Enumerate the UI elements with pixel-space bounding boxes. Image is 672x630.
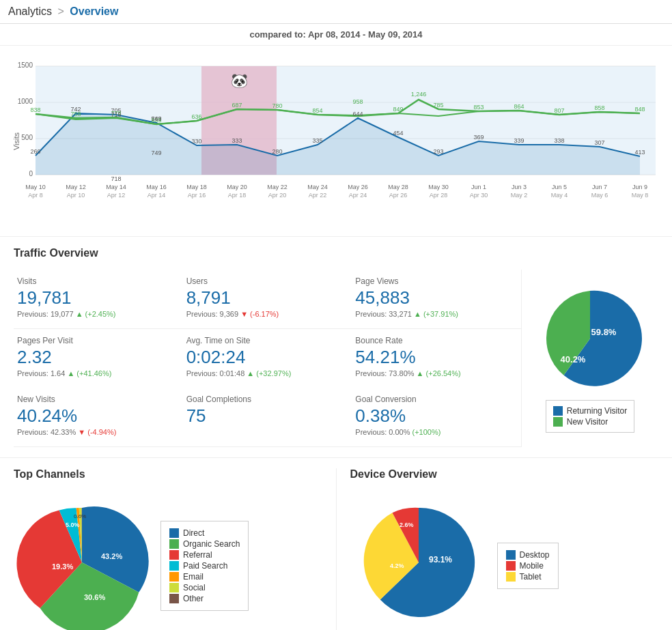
svg-text:718: 718 <box>111 175 121 182</box>
goals-label: Goal Completions <box>186 395 342 404</box>
svg-text:May 20: May 20 <box>227 184 247 190</box>
legend-tablet: Tablet <box>506 572 550 582</box>
svg-text:2.6%: 2.6% <box>400 521 414 528</box>
svg-text:Jun 1: Jun 1 <box>471 184 486 190</box>
svg-text:758: 758 <box>70 111 81 117</box>
svg-text:59.8%: 59.8% <box>591 327 617 337</box>
avgtime-value: 0:02:24 <box>186 347 342 368</box>
svg-text:335: 335 <box>312 137 322 144</box>
svg-text:May 6: May 6 <box>591 192 608 199</box>
svg-text:Jun 7: Jun 7 <box>592 184 607 190</box>
svg-text:19.3%: 19.3% <box>52 562 73 571</box>
new-visitor-label: New Visitor <box>567 417 608 427</box>
device-section: Device Overview 93.1% 4.2% 2.6% <box>337 468 659 630</box>
breadcrumb-separator: > <box>57 5 64 17</box>
svg-text:Apr 10: Apr 10 <box>67 192 85 199</box>
pageviews-change: ▲ (+37.91%) <box>414 310 458 318</box>
desktop-label: Desktop <box>520 550 550 560</box>
visitor-pie-section: 59.8% 40.2% Returning Visitor New Visito… <box>522 270 658 447</box>
svg-text:Apr 24: Apr 24 <box>349 192 367 199</box>
avgtime-prev: Previous: 0:01:48 ▲ (+32.97%) <box>186 369 342 377</box>
comparison-bar: compared to: Apr 08, 2014 - May 09, 2014 <box>0 24 672 46</box>
svg-text:500: 500 <box>21 134 33 141</box>
email-label: Email <box>183 572 204 582</box>
legend-new: New Visitor <box>553 417 628 427</box>
avgtime-change: ▲ (+32.97%) <box>247 369 291 377</box>
legend-direct: Direct <box>169 528 240 538</box>
users-label: Users <box>186 276 342 286</box>
svg-text:330: 330 <box>191 138 201 145</box>
svg-text:1500: 1500 <box>18 61 33 69</box>
svg-text:785: 785 <box>433 102 443 109</box>
visitor-legend: Returning Visitor New Visitor <box>546 400 635 433</box>
svg-text:Apr 8: Apr 8 <box>28 192 43 199</box>
pageviews-prev: Previous: 33,271 ▲ (+37.91%) <box>355 310 511 318</box>
svg-text:93.1%: 93.1% <box>429 555 452 564</box>
goals-value: 75 <box>186 405 342 427</box>
breadcrumb-overview: Overview <box>70 5 118 17</box>
legend-referral: Referral <box>169 550 240 560</box>
svg-text:Apr 22: Apr 22 <box>309 192 327 199</box>
bounce-change: ▲ (+26.54%) <box>417 369 461 377</box>
svg-text:43.2%: 43.2% <box>101 552 122 560</box>
avgtime-label: Avg. Time on Site <box>186 336 342 345</box>
users-prev: Previous: 9,369 ▼ (-6.17%) <box>186 310 342 318</box>
bottom-section: Top Channels <box>0 458 672 630</box>
device-pie-chart: 93.1% 4.2% 2.6% <box>350 494 487 630</box>
metric-goals: Goal Completions 75 <box>183 388 352 447</box>
svg-text:1,246: 1,246 <box>411 91 427 98</box>
svg-text:307: 307 <box>594 139 604 146</box>
svg-text:780: 780 <box>272 102 282 109</box>
traffic-overview-section: Traffic Overview Visits 19,781 Previous:… <box>0 237 672 458</box>
channels-chart-area: 43.2% 30.6% 19.3% 5.0% 0.6% Direct Organ… <box>14 494 322 630</box>
svg-text:Jun 3: Jun 3 <box>512 184 527 190</box>
tablet-label: Tablet <box>520 572 542 582</box>
svg-text:749: 749 <box>151 115 161 122</box>
bounce-label: Bounce Rate <box>355 336 511 345</box>
svg-text:Apr 12: Apr 12 <box>107 192 126 199</box>
svg-text:636: 636 <box>191 113 201 120</box>
bounce-value: 54.21% <box>355 347 511 368</box>
svg-text:807: 807 <box>554 107 564 114</box>
paid-label: Paid Search <box>183 561 227 571</box>
metric-avgtime: Avg. Time on Site 0:02:24 Previous: 0:01… <box>183 329 352 388</box>
legend-social: Social <box>169 583 240 592</box>
ppv-label: Pages Per Visit <box>17 336 173 345</box>
svg-text:864: 864 <box>514 103 524 110</box>
svg-text:339: 339 <box>514 137 524 144</box>
gc-prev: Previous: 0.00% (+100%) <box>355 428 511 436</box>
svg-text:May 26: May 26 <box>348 184 368 190</box>
bounce-prev: Previous: 73.80% ▲ (+26.54%) <box>355 369 511 377</box>
svg-text:413: 413 <box>634 149 645 156</box>
breadcrumb-analytics[interactable]: Analytics <box>8 5 52 17</box>
svg-text:May 16: May 16 <box>146 184 167 190</box>
svg-text:749: 749 <box>151 149 161 156</box>
svg-text:Apr 14: Apr 14 <box>148 192 166 199</box>
device-legend-box: Desktop Mobile Tablet <box>497 543 559 589</box>
channels-title: Top Channels <box>14 468 322 481</box>
svg-text:Apr 26: Apr 26 <box>389 192 408 199</box>
channels-pie-chart: 43.2% 30.6% 19.3% 5.0% 0.6% <box>14 494 150 630</box>
metric-newvisits: New Visits 40.24% Previous: 42.33% ▼ (-4… <box>14 388 183 447</box>
metric-bounce: Bounce Rate 54.21% Previous: 73.80% ▲ (+… <box>352 329 521 388</box>
svg-text:Apr 28: Apr 28 <box>430 192 448 199</box>
other-label: Other <box>183 594 204 603</box>
legend-paid: Paid Search <box>169 561 240 571</box>
metrics-left: Visits 19,781 Previous: 19,077 ▲ (+2.45%… <box>14 270 522 447</box>
pageviews-label: Page Views <box>355 276 511 286</box>
svg-text:May 22: May 22 <box>267 184 288 190</box>
svg-text:30.6%: 30.6% <box>84 593 105 601</box>
svg-text:958: 958 <box>352 98 363 105</box>
users-change: ▼ (-6.17%) <box>240 310 279 318</box>
comparison-text: compared to: Apr 08, 2014 - May 09, 2014 <box>249 29 422 40</box>
svg-text:May 2: May 2 <box>511 192 528 199</box>
legend-email: Email <box>169 572 240 582</box>
nv-label: New Visits <box>17 395 173 404</box>
metric-pagespervisit: Pages Per Visit 2.32 Previous: 1.64 ▲ (+… <box>14 329 183 388</box>
svg-text:644: 644 <box>352 111 363 117</box>
visits-change: ▲ (+2.45%) <box>76 310 116 318</box>
svg-text:May 14: May 14 <box>106 184 126 190</box>
returning-color <box>553 406 563 416</box>
device-chart-area: 93.1% 4.2% 2.6% Desktop Mobile <box>350 494 659 630</box>
svg-text:858: 858 <box>594 104 604 111</box>
